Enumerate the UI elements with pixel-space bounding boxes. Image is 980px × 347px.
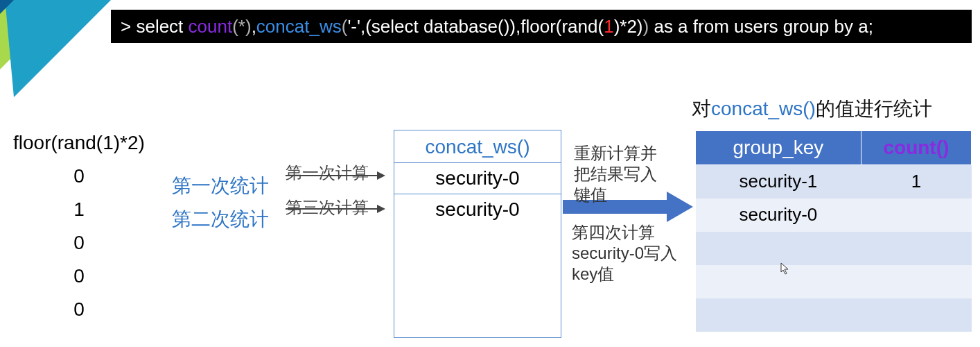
count-header: count()	[861, 131, 971, 165]
sql-one: 1	[604, 16, 613, 37]
annotation-2: 第四次计算security-0写入key值	[572, 222, 683, 285]
sql-prompt: >	[121, 16, 136, 37]
sql-close1: ),	[509, 16, 520, 37]
arrow-1	[286, 175, 384, 176]
annotation-1: 重新计算并把结果写入键值	[574, 143, 671, 205]
floor-value: ...	[13, 326, 145, 347]
table-row: security-0	[696, 198, 972, 232]
floor-value: 0	[13, 293, 145, 326]
concat-header: concat_ws()	[394, 130, 561, 162]
sql-comma1: ,	[252, 16, 256, 37]
sql-floor: floor(rand(	[520, 16, 604, 37]
group-key-header: group_key	[696, 131, 861, 165]
sql-select2: select	[371, 16, 419, 37]
concat-ws-box: concat_ws() security-0 security-0	[394, 130, 561, 338]
stats-labels: 第一次统计 第二次统计	[172, 169, 269, 236]
stats-line2: 第二次统计	[172, 203, 269, 236]
sql-close2: )	[643, 16, 649, 37]
cell-key	[696, 298, 861, 332]
sql-rest: as a from users group by a;	[649, 16, 873, 37]
sql-concatws-fn: concat_ws	[256, 16, 342, 37]
cell-key: security-1	[696, 165, 861, 198]
floor-column: floor(rand(1)*2) 0 1 0 0 0 ...	[13, 132, 145, 347]
floor-value: 0	[13, 160, 145, 193]
cell-key	[696, 265, 861, 298]
concat-row: security-0	[394, 194, 561, 225]
floor-value: 1	[13, 193, 145, 226]
group-table-title: 对concat_ws()的值进行统计	[692, 96, 932, 122]
title-suffix: 的值进行统计	[816, 98, 932, 119]
sql-select: select	[136, 16, 183, 37]
table-row	[696, 298, 972, 332]
cell-key	[696, 232, 861, 265]
title-fn: concat_ws()	[711, 98, 816, 119]
cell-count	[861, 298, 971, 332]
sql-count-arg: (*)	[232, 16, 251, 37]
cell-count	[861, 265, 971, 298]
sql-comma2: ,(	[360, 16, 371, 37]
table-row	[696, 265, 972, 298]
sql-count-fn: count	[189, 16, 233, 37]
sql-query-bar: > select count(*),concat_ws('-',(select …	[111, 10, 972, 43]
sql-dash: '-'	[347, 16, 360, 37]
floor-value: 0	[13, 226, 145, 260]
arrow-group	[286, 175, 384, 242]
cell-key: security-0	[696, 198, 861, 232]
decorative-triangles	[0, 0, 125, 125]
concat-row: security-0	[394, 162, 561, 194]
sql-database: database()	[423, 16, 509, 37]
table-row	[696, 232, 972, 265]
stats-line1: 第一次统计	[172, 169, 269, 203]
cursor-icon	[780, 262, 790, 278]
floor-value: 0	[13, 260, 145, 293]
svg-marker-1	[0, 0, 125, 97]
table-row: security-11	[696, 165, 972, 198]
group-table: group_key count() security-11 security-0	[695, 130, 972, 332]
cell-count	[861, 198, 971, 232]
floor-header: floor(rand(1)*2)	[13, 132, 145, 154]
cell-count	[861, 232, 971, 265]
arrow-2	[286, 208, 384, 210]
title-prefix: 对	[692, 98, 711, 119]
cell-count: 1	[861, 165, 971, 198]
sql-tail: )*2)	[614, 16, 643, 37]
